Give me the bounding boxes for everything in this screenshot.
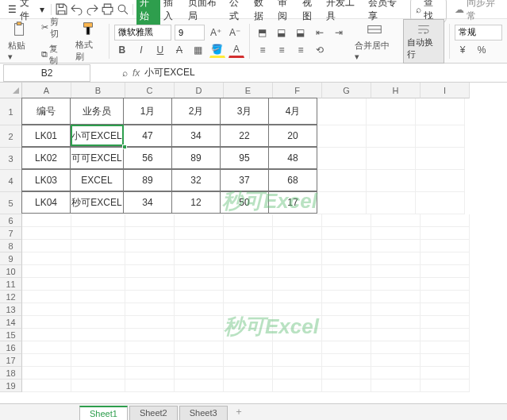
spreadsheet-grid[interactable]: ABCDEFGHI 12345678910111213141516171819 … [0, 83, 507, 403]
cell-I8[interactable] [421, 240, 470, 252]
row-header-6[interactable]: 6 [0, 214, 22, 227]
cell-F7[interactable] [273, 227, 322, 240]
cell-H2[interactable] [367, 125, 416, 148]
col-header-E[interactable]: E [224, 83, 273, 98]
cell-E2[interactable]: 22 [220, 125, 269, 147]
cell-A14[interactable] [22, 316, 71, 329]
cut-button[interactable]: ✂剪切 [40, 15, 68, 40]
cell-I18[interactable] [421, 367, 470, 380]
cell-B1[interactable]: 业务员 [70, 98, 124, 125]
cell-G5[interactable] [317, 192, 367, 214]
cell-I2[interactable] [416, 125, 465, 148]
cell-H10[interactable] [371, 265, 421, 278]
cell-F5[interactable]: 17 [268, 191, 317, 214]
fill-handle[interactable] [122, 144, 127, 149]
cell-E15[interactable] [224, 329, 273, 341]
cell-E13[interactable] [224, 303, 273, 316]
cell-G13[interactable] [322, 303, 371, 316]
cell-A18[interactable] [22, 367, 71, 380]
cell-I19[interactable] [421, 380, 470, 392]
cell-D10[interactable] [175, 265, 224, 278]
cell-I16[interactable] [421, 341, 470, 354]
cell-H14[interactable] [371, 316, 421, 329]
cell-G8[interactable] [322, 240, 371, 252]
cell-F8[interactable] [273, 240, 322, 252]
cell-A13[interactable] [22, 303, 71, 316]
cell-G2[interactable] [317, 125, 367, 148]
cell-C6[interactable] [125, 214, 175, 227]
merge-center-button[interactable]: 合并居中 ▾ [351, 19, 398, 64]
cell-F14[interactable] [273, 316, 322, 329]
cell-B15[interactable] [71, 329, 125, 341]
cell-B10[interactable] [71, 265, 125, 278]
font-size-select[interactable] [175, 25, 205, 40]
add-sheet-button[interactable]: ＋ [229, 403, 248, 420]
cell-I7[interactable] [421, 227, 470, 240]
cell-D6[interactable] [175, 214, 224, 227]
cell-D2[interactable]: 34 [171, 125, 221, 147]
cell-C3[interactable]: 56 [123, 147, 172, 169]
search-icon[interactable]: ⌕ [122, 67, 128, 79]
menu-tab-0[interactable]: 开始 [136, 0, 160, 25]
cell-H12[interactable] [371, 291, 421, 303]
font-color-button[interactable]: A [229, 42, 244, 58]
cell-E3[interactable]: 95 [220, 147, 269, 169]
menu-tab-4[interactable]: 数据 [251, 0, 275, 25]
cell-E14[interactable] [224, 316, 273, 329]
cell-G1[interactable] [317, 98, 367, 125]
align-left-icon[interactable]: ≡ [255, 42, 271, 58]
cell-D13[interactable] [175, 303, 224, 316]
col-header-B[interactable]: B [71, 83, 125, 98]
cell-H8[interactable] [371, 240, 421, 252]
indent-increase-icon[interactable]: ⇥ [331, 25, 347, 40]
cell-B8[interactable] [71, 240, 125, 252]
menu-tab-5[interactable]: 审阅 [275, 0, 298, 25]
indent-decrease-icon[interactable]: ⇤ [312, 25, 328, 40]
cell-F9[interactable] [273, 252, 322, 265]
cell-D8[interactable] [175, 240, 224, 252]
cell-E5[interactable]: 50 [220, 191, 269, 214]
cell-A5[interactable]: LK04 [21, 191, 71, 214]
cell-G18[interactable] [322, 367, 371, 380]
cell-D17[interactable] [175, 354, 224, 367]
font-name-select[interactable] [114, 25, 171, 40]
italic-button[interactable]: I [133, 42, 149, 58]
cell-F2[interactable]: 20 [268, 125, 317, 147]
cell-B3[interactable]: 可可EXCEL [70, 147, 124, 169]
cell-F12[interactable] [273, 291, 322, 303]
cell-B2[interactable]: 小可EXCEL [70, 125, 124, 147]
cell-D4[interactable]: 32 [171, 169, 221, 191]
row-header-2[interactable]: 2 [0, 125, 22, 148]
cell-D15[interactable] [175, 329, 224, 341]
cell-G15[interactable] [322, 329, 371, 341]
cell-H3[interactable] [367, 148, 416, 170]
formula-input[interactable]: 小可EXCEL [140, 66, 507, 79]
row-header-1[interactable]: 1 [0, 98, 22, 125]
cell-D5[interactable]: 12 [171, 191, 221, 214]
cell-A6[interactable] [22, 214, 71, 227]
name-box[interactable]: B2 [3, 64, 90, 82]
cell-E4[interactable]: 37 [220, 169, 269, 191]
cell-E9[interactable] [224, 252, 273, 265]
row-header-12[interactable]: 12 [0, 291, 22, 303]
col-header-F[interactable]: F [273, 83, 322, 98]
decrease-font-icon[interactable]: A⁻ [227, 25, 243, 40]
cell-A15[interactable] [22, 329, 71, 341]
cell-E17[interactable] [224, 354, 273, 367]
cell-E12[interactable] [224, 291, 273, 303]
cell-A12[interactable] [22, 291, 71, 303]
cell-G12[interactable] [322, 291, 371, 303]
cell-A11[interactable] [22, 278, 71, 291]
cell-A9[interactable] [22, 252, 71, 265]
cell-F18[interactable] [273, 367, 322, 380]
cell-C7[interactable] [125, 227, 175, 240]
underline-button[interactable]: U [152, 42, 168, 58]
cell-G3[interactable] [317, 148, 367, 170]
cell-E11[interactable] [224, 278, 273, 291]
col-header-H[interactable]: H [371, 83, 421, 98]
cell-E10[interactable] [224, 265, 273, 278]
cell-G17[interactable] [322, 354, 371, 367]
row-header-4[interactable]: 4 [0, 170, 22, 192]
cell-C11[interactable] [125, 278, 175, 291]
sync-status[interactable]: ☁ 同步异常 [455, 0, 502, 23]
